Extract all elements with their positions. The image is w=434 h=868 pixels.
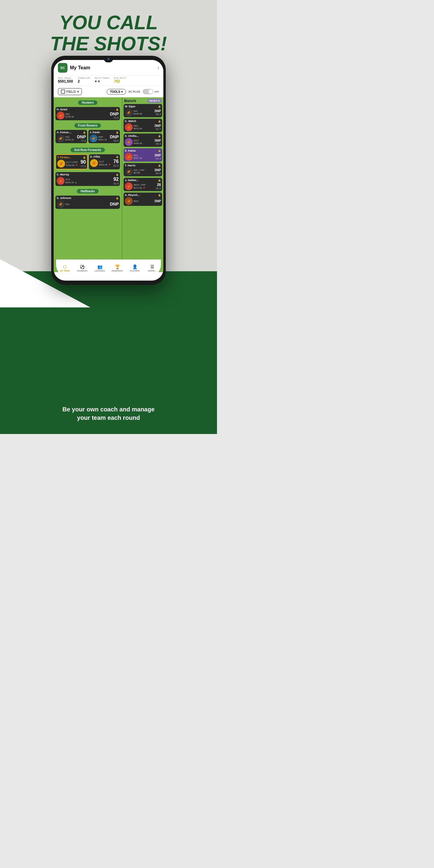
lock-icon-murray: 🔒 [116, 173, 119, 176]
front-rowers-row: A. Fonua-... 🔒 🏉 NZL $720.2k DN [56, 130, 120, 145]
bench-a-reynol[interactable]: A. Reynol... 🔒 🏉 BRO DNP [124, 193, 162, 206]
rankings-icon: 🏆 [115, 264, 120, 269]
bench-e-katoa[interactable]: E. Katoa 🔒 🏉 MEL $687.6k DNP 64.3 [124, 148, 162, 161]
bench-avatar-katoa: 🏉 [125, 153, 133, 161]
second-row-section: 2nd Row Forwards [56, 146, 120, 153]
lock-icon-hether: 🔒 [158, 179, 161, 182]
nav-my-team[interactable]: ⬡ MY TEAM [56, 260, 73, 276]
player-avatar-fonua: 🏉 [57, 134, 64, 142]
tools-button[interactable]: TOOLS ▾ [107, 89, 126, 95]
price-arrow-up-murray: ▲ [75, 181, 78, 184]
nav-players-label: PLAYERS [130, 270, 140, 272]
bench-avatar-egan: 🏉 [125, 108, 133, 116]
hookers-section: Hookers [56, 99, 120, 106]
toggle-label: OFF [154, 90, 159, 93]
reset-button[interactable]: RESET R [147, 99, 161, 103]
rd27-trades-stat: Rd 27 Trades × × [95, 76, 109, 84]
nav-rankings-label: RANKINGS [112, 270, 123, 272]
bench-header: Bench RESET R [124, 97, 162, 104]
lock-icon-faasu: 🔒 [83, 156, 86, 159]
nav-rankings[interactable]: 🏆 RANKINGS [108, 260, 126, 276]
lock-icon-egan: 🔒 [158, 105, 161, 108]
nav-leagues-label: LEAGUES [95, 270, 105, 272]
bench-t-harris[interactable]: T. Harris 🔒 🏉 NZL | FRF $679k DNP 6 [124, 163, 162, 176]
bench-j-hether[interactable]: J. Hether... 🔒 🏉 NEW | FRF $274.3k ▼ [124, 178, 162, 191]
player-avatar-murray: 🏉 [57, 177, 64, 185]
gameday-icon: ⚽ [80, 264, 85, 269]
phone-camera [107, 58, 110, 60]
player-avatar-paulo: 🏉 [90, 134, 97, 142]
nav-gameday[interactable]: ⚽ GAMEDAY [73, 260, 91, 276]
lock-icon-fifita: 🔒 [116, 156, 119, 158]
nav-my-team-label: MY TEAM [60, 270, 70, 272]
field-area: Hookers H. Grant 🔒 🏉 MEL $765.9k [54, 97, 163, 272]
toggle-container: OFF [143, 89, 159, 94]
bench-c-welch[interactable]: C. Welch 🔒 🏉 MEL $513.9k DNP 52.7 [124, 119, 162, 132]
player-c-murray[interactable]: C. Murray 🔒 🏉 STH $624.5k ▲ [56, 172, 120, 186]
lock-icon-katoa: 🔒 [158, 150, 161, 152]
nav-players[interactable]: 👤 PLAYERS [126, 260, 144, 276]
toggle-knob [149, 90, 153, 94]
player-avatar-johnson: 🏉 [57, 200, 64, 208]
lock-icon-paulo: 🔒 [116, 131, 119, 134]
bench-avatar-reynol: 🏉 [125, 197, 133, 205]
player-d-fifita[interactable]: D. Fifita 🔒 🏉 GCT $683.8k ▼ [89, 154, 120, 169]
bench-avatar-hether: 🏉 [125, 182, 133, 190]
lock-icon-harris: 🔒 [158, 164, 161, 167]
bench-avatar-utoika: 🏉 [125, 138, 133, 146]
lock-icon: 🔒 [116, 108, 119, 111]
field-dropdown-icon: ▾ [77, 90, 79, 94]
bench-s-utoika[interactable]: S. Utoika... 🔒 🏉 WST $488.6k DNP 48 [124, 133, 162, 147]
nav-leagues[interactable]: 👥 LEAGUES [91, 260, 108, 276]
field-icon [61, 90, 65, 94]
app-logo: SC [58, 63, 67, 73]
my-team-icon: ⬡ [63, 264, 67, 269]
bench-w-egan[interactable]: W. Egan 🔒 🏉 NZL $448.9k DNP 56.4 [124, 104, 162, 117]
lock-icon-johnson: 🔒 [116, 197, 119, 199]
front-rowers-section: Front Rowers [56, 122, 120, 129]
lock-icon-fonua: 🔒 [83, 131, 86, 134]
bench-avatar-harris: 🏉 [125, 167, 133, 176]
sc-plus-label: SC PLUS [128, 90, 140, 93]
nav-more-label: MORE... [148, 270, 156, 272]
price-arrow-down: ▼ [75, 164, 78, 167]
bench-avatar-welch: 🏉 [125, 123, 133, 131]
player-s-johnson[interactable]: S. Johnson 🔒 🏉 NZL DNP [56, 195, 120, 209]
player-j-paulo[interactable]: J. Paulo 🔒 🏉 PAR $541.7k DNP [88, 130, 120, 143]
bottom-nav: ⬡ MY TEAM ⚽ GAMEDAY 👥 LEAGUES 🏆 RANKINGS… [56, 259, 161, 276]
phone-device: SC My Team › Rem. Salary $591,500 Trades… [51, 56, 166, 285]
app-toolbar: FIELD ▾ TOOLS ▾ SC PLUS OFF [54, 86, 163, 97]
field-button[interactable]: FIELD ▾ [58, 88, 82, 95]
bottom-tagline: Be your own coach and manageyour team ea… [0, 405, 217, 422]
nav-chevron-icon[interactable]: › [158, 65, 159, 70]
players-icon: 👤 [132, 264, 137, 269]
player-a-fonua[interactable]: A. Fonua-... 🔒 🏉 NZL $720.2k DN [56, 130, 87, 143]
nav-gameday-label: GAMEDAY [77, 270, 87, 272]
player-t-faasu[interactable]: T. Fa'asu... 🔒 🏉 GCT | FRF $760.5k ▼ [56, 154, 88, 169]
leagues-icon: 👥 [97, 264, 102, 269]
lock-icon-welch: 🔒 [158, 120, 161, 123]
nav-more[interactable]: ☰ MORE... [144, 260, 161, 276]
player-avatar-faasu: 🏉 [57, 160, 65, 167]
player-avatar-fifita: 🏉 [90, 159, 98, 167]
price-arrow-hether: ▼ [143, 186, 146, 189]
sc-plus-toggle[interactable] [143, 89, 153, 94]
toolbar-right: TOOLS ▾ SC PLUS OFF [107, 89, 159, 95]
stats-bar: Rem. Salary $591,500 Trades Left 2 Rd 27… [54, 75, 163, 86]
proj-rd27-stat: Proj. Rd 27 762 [114, 76, 126, 84]
bench-panel: Bench RESET R W. Egan 🔒 🏉 NZL [122, 97, 163, 272]
header-left: SC My Team [58, 63, 90, 73]
more-icon: ☰ [150, 264, 154, 269]
price-arrow-down-fifita: ▼ [108, 163, 111, 166]
second-row-players: T. Fa'asu... 🔒 🏉 GCT | FRF $760.5k ▼ [56, 154, 120, 171]
rem-salary-stat: Rem. Salary $591,500 [58, 76, 73, 84]
phone-body: SC My Team › Rem. Salary $591,500 Trades… [51, 56, 166, 285]
tools-dropdown-icon: ▾ [121, 90, 123, 93]
lock-icon-reynol: 🔒 [158, 194, 161, 196]
phone-screen: SC My Team › Rem. Salary $591,500 Trades… [54, 60, 163, 281]
app-title: My Team [70, 65, 90, 70]
player-h-grant[interactable]: H. Grant 🔒 🏉 MEL $765.9k DNP 73.5 [56, 107, 120, 120]
player-avatar: 🏉 [57, 112, 64, 119]
lock-icon-utoika: 🔒 [158, 135, 161, 137]
hero-title: YOU CALL THE SHOTS! [0, 12, 217, 55]
